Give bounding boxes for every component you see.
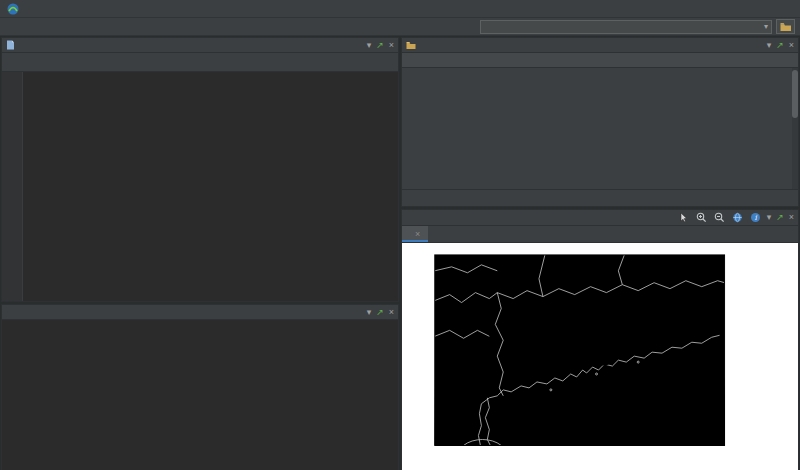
pointer-icon[interactable] [677, 211, 690, 224]
file-explorer-panel: ▾ ↗ × [401, 37, 799, 207]
explorer-bottom-tabs [402, 189, 798, 206]
scrollbar-track[interactable] [792, 68, 798, 189]
contour-map [402, 243, 798, 470]
main-area: ▾ ↗ × ▾ ↗ [0, 36, 800, 470]
chevron-down-icon[interactable]: ▾ [367, 41, 372, 50]
figure-tab[interactable]: × [402, 226, 428, 242]
editor-tabbar [2, 53, 398, 72]
figure-canvas[interactable] [402, 243, 798, 470]
browse-folder-button[interactable] [776, 19, 795, 34]
contour-fill-layers [435, 255, 725, 446]
info-icon[interactable]: i [749, 211, 762, 224]
meteoinfolab-window: ▾ ▾ ↗ × [0, 0, 800, 470]
float-panel-icon[interactable]: ↗ [776, 213, 784, 222]
close-icon[interactable]: × [789, 213, 794, 222]
chevron-down-icon[interactable]: ▾ [767, 213, 772, 222]
close-icon[interactable]: × [789, 41, 794, 50]
toolbar-row: ▾ [0, 18, 800, 36]
float-panel-icon[interactable]: ↗ [776, 41, 784, 50]
file-explorer-header: ▾ ↗ × [402, 38, 798, 53]
globe-icon[interactable] [731, 211, 744, 224]
line-numbers [2, 72, 23, 301]
close-icon[interactable]: × [389, 41, 394, 50]
file-icon [6, 40, 15, 50]
code-editor[interactable] [2, 72, 398, 301]
zoom-in-icon[interactable] [695, 211, 708, 224]
console-header: ▾ ↗ × [2, 305, 398, 320]
chevron-down-icon[interactable]: ▾ [367, 308, 372, 317]
close-icon[interactable]: × [389, 308, 394, 317]
menu-bar [0, 0, 800, 18]
console-panel: ▾ ↗ × [1, 304, 399, 470]
editor-panel: ▾ ↗ × [1, 37, 399, 302]
close-icon[interactable]: × [415, 229, 420, 239]
figures-panel: i ▾ ↗ × × [401, 209, 799, 470]
figure-tabbar: × [402, 226, 798, 243]
scrollbar-thumb[interactable] [792, 70, 798, 118]
console-output[interactable] [2, 320, 398, 470]
chevron-down-icon[interactable]: ▾ [764, 23, 768, 31]
float-panel-icon[interactable]: ↗ [376, 41, 384, 50]
editor-header: ▾ ↗ × [2, 38, 398, 53]
current-folder-combobox[interactable]: ▾ [480, 20, 772, 34]
app-icon [6, 2, 19, 15]
code-lines [23, 72, 398, 301]
file-table-body [402, 68, 798, 189]
chevron-down-icon[interactable]: ▾ [767, 41, 772, 50]
file-table-header [402, 53, 798, 68]
figures-header: i ▾ ↗ × [402, 210, 798, 226]
float-panel-icon[interactable]: ↗ [376, 308, 384, 317]
zoom-out-icon[interactable] [713, 211, 726, 224]
folder-icon [780, 22, 792, 32]
folder-icon [406, 41, 416, 50]
